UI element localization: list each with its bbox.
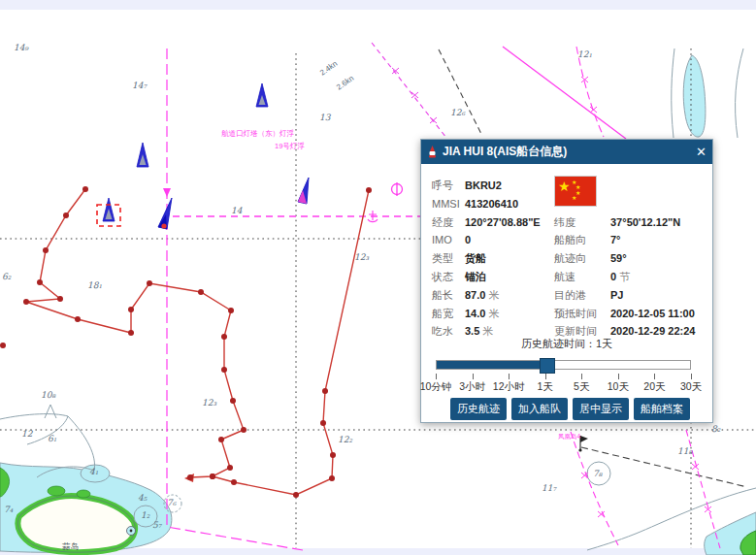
slider-tick — [581, 374, 582, 379]
depth-sounding: 6₁ — [48, 434, 57, 443]
chart-label: 航道口灯塔（东）灯浮 — [221, 129, 295, 138]
track-point — [241, 427, 247, 433]
depth-sounding: 1₂ — [141, 510, 150, 520]
depth-sounding: 11₇ — [542, 483, 557, 493]
field-label: 呼号 — [432, 178, 453, 194]
china-flag: ★ ★ ★ ★ ★ — [554, 176, 597, 207]
dialog-title: JIA HUI 8(AIS船台信息) — [443, 144, 567, 160]
depth-sounding: 12₃ — [202, 398, 216, 408]
track-point — [187, 474, 193, 480]
depth-sounding: 12₁ — [577, 49, 592, 59]
field-label: 航迹向 — [554, 250, 586, 267]
depth-sounding: 14 — [231, 206, 243, 215]
field-label: 纬度 — [554, 214, 575, 231]
slider-tick — [654, 374, 655, 379]
depth-sounding: 12 — [21, 429, 34, 439]
track-point — [230, 398, 236, 404]
track-point — [210, 473, 215, 479]
track-point — [63, 212, 69, 218]
track-point — [128, 330, 134, 336]
field-value: BKRU2 — [465, 178, 502, 194]
track-point — [43, 247, 49, 253]
track-point — [147, 280, 152, 286]
depth-sounding: 4₅ — [138, 493, 148, 503]
shallow-water-area-sw — [0, 405, 181, 552]
depth-sounding: 13 — [319, 113, 332, 122]
chart-label: 2.6kn — [335, 74, 355, 92]
track-point — [320, 420, 326, 426]
track-point — [221, 367, 227, 373]
ais-ship-icon[interactable] — [298, 178, 309, 204]
track-point — [37, 279, 43, 285]
field-label: MMSI — [432, 196, 460, 212]
dialog-field-row: 预抵时间2020-12-05 11:00 — [421, 306, 712, 322]
slider-tick — [509, 374, 509, 379]
shore-area-se — [587, 462, 756, 555]
track-point — [218, 437, 224, 442]
light-buoy-symbol — [392, 182, 403, 196]
depth-sounding: 6₂ — [2, 272, 12, 281]
depth-sounding: 8₂ — [711, 424, 721, 434]
dialog-field-row: 纬度37°50'12.12"N — [421, 214, 712, 231]
rock-symbol — [45, 405, 56, 418]
svg-text:★: ★ — [558, 179, 571, 194]
track-point — [221, 334, 227, 340]
track-point — [23, 299, 29, 305]
field-label: 航速 — [554, 269, 575, 285]
dialog-button-居中显示[interactable]: 居中显示 — [573, 398, 629, 420]
depth-sounding: 7₆ — [167, 498, 178, 507]
field-value: PJ — [610, 287, 623, 304]
field-label: 预抵时间 — [554, 306, 597, 322]
depth-sounding: 12₂ — [338, 435, 352, 444]
shallow-water-area-ne — [672, 49, 743, 138]
field-value: 2020-12-05 11:00 — [610, 306, 695, 322]
chart-label: 蒜岛 — [62, 541, 79, 551]
field-value: 413206410 — [465, 196, 518, 212]
buoy-icon — [427, 146, 438, 158]
history-track — [0, 186, 372, 498]
dialog-button-加入船队[interactable]: 加入船队 — [511, 398, 568, 420]
depth-sounding: 7₈ — [593, 469, 604, 478]
dialog-titlebar[interactable]: JIA HUI 8(AIS船台信息) ✕ — [421, 140, 712, 164]
depth-sounding: 12₃ — [354, 252, 369, 262]
field-value: 0 节 — [610, 269, 630, 285]
depth-sounding: 18₁ — [87, 280, 102, 290]
ais-ship-icon[interactable] — [158, 198, 172, 229]
field-label: 目的港 — [554, 287, 586, 304]
ais-ship-icon[interactable] — [137, 143, 148, 167]
depth-sounding: 14₇ — [132, 81, 148, 90]
track-time-slider[interactable] — [436, 360, 691, 370]
slider-tick — [473, 374, 474, 379]
track-point — [366, 187, 372, 193]
track-point — [322, 388, 328, 394]
track-point — [82, 186, 88, 192]
slider-thumb[interactable] — [540, 358, 555, 374]
depth-sounding: 12₆ — [450, 108, 466, 117]
close-icon[interactable]: ✕ — [696, 146, 707, 158]
ais-ship-icon-selected[interactable] — [97, 198, 120, 226]
dialog-field-row: 目的港PJ — [421, 287, 712, 304]
track-point — [329, 475, 335, 481]
track-point — [227, 465, 233, 471]
depth-sounding: 14₉ — [14, 43, 29, 52]
field-value: 7° — [610, 232, 621, 248]
field-label: 船艏向 — [554, 232, 586, 248]
depth-sounding: 7₄ — [4, 505, 14, 514]
slider-tick-label[interactable]: 30天 — [670, 380, 712, 394]
dialog-field-row: 航迹向59° — [421, 250, 712, 267]
depth-sounding: 5₇ — [152, 520, 163, 530]
ais-ship-icon[interactable] — [256, 83, 268, 107]
dialog-buttons: 历史航迹加入船队居中显示船舶档案 — [450, 398, 690, 420]
chart-label: 19号灯浮 — [275, 142, 305, 150]
depth-sounding: 4₁ — [89, 467, 99, 476]
track-point — [231, 479, 237, 485]
depth-sounding: 10₈ — [41, 390, 56, 400]
dialog-button-船舶档案[interactable]: 船舶档案 — [634, 398, 690, 420]
field-value: 37°50'12.12"N — [610, 214, 680, 231]
slider-tick — [691, 374, 692, 379]
track-point — [330, 452, 336, 458]
svg-text:★: ★ — [572, 195, 576, 201]
track-time-caption: 历史航迹时间：1天 — [421, 337, 712, 351]
dialog-field-row: 船艏向7° — [421, 232, 712, 248]
dialog-button-历史航迹[interactable]: 历史航迹 — [450, 398, 507, 420]
